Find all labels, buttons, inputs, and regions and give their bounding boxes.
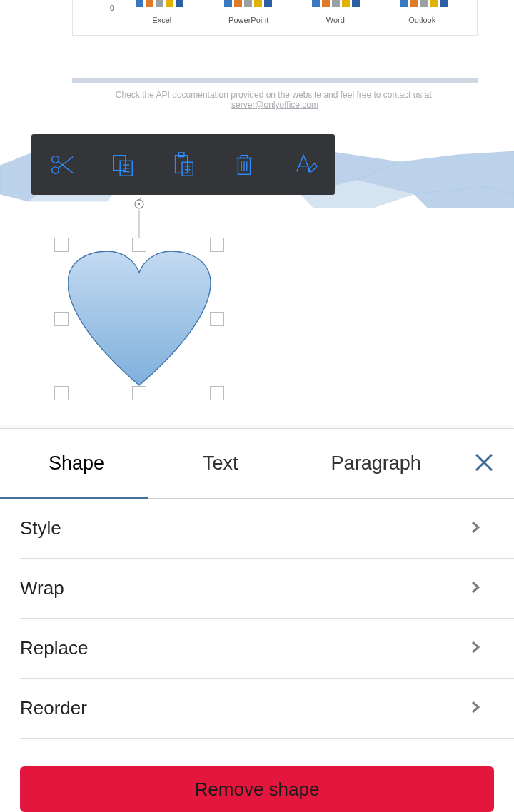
scissors-icon (49, 151, 76, 178)
resize-handle-mr[interactable] (210, 312, 224, 326)
chart-category: Word (292, 16, 379, 24)
resize-handle-br[interactable] (210, 386, 224, 400)
option-label: Wrap (20, 577, 64, 599)
api-email-link[interactable]: server@onlyoffice.com (231, 100, 318, 110)
rotate-icon (133, 198, 146, 210)
paste-button[interactable] (168, 149, 199, 181)
tab-shape[interactable]: Shape (0, 452, 153, 474)
divider (72, 78, 478, 83)
tab-paragraph[interactable]: Paragraph (288, 452, 464, 474)
cut-button[interactable] (46, 149, 78, 181)
chart-object[interactable]: 0 Excel PowerPoint Word Outlook (72, 0, 478, 36)
resize-handle-tl[interactable] (54, 238, 69, 252)
chart-bars (119, 0, 465, 9)
close-icon (473, 452, 495, 473)
option-wrap[interactable]: Wrap (20, 559, 514, 619)
option-label: Style (20, 517, 61, 539)
copy-button[interactable] (107, 149, 138, 181)
chevron-right-icon (468, 517, 483, 539)
api-note: Check the API documentation provided on … (72, 90, 478, 110)
api-note-text: Check the API documentation provided on … (116, 90, 434, 100)
delete-button[interactable] (228, 149, 260, 181)
svg-rect-20 (178, 152, 184, 156)
context-toolbar (31, 134, 335, 195)
option-label: Reorder (20, 697, 87, 719)
chart-category: Excel (119, 16, 206, 24)
resize-handle-bc[interactable] (132, 386, 146, 400)
y-tick-zero: 0 (110, 4, 114, 12)
option-style[interactable]: Style (20, 499, 514, 559)
svg-point-31 (138, 203, 140, 205)
shape-options-list: Style Wrap Replace Reorder (0, 499, 514, 739)
tab-text[interactable]: Text (153, 452, 288, 474)
heart-shape[interactable] (68, 251, 211, 387)
paste-icon (170, 151, 197, 178)
remove-shape-button[interactable]: Remove shape (20, 766, 494, 812)
svg-rect-19 (175, 155, 187, 173)
document-canvas[interactable]: 0 Excel PowerPoint Word Outlook Check th… (0, 0, 514, 428)
resize-handle-ml[interactable] (54, 312, 69, 326)
option-reorder[interactable]: Reorder (20, 679, 514, 739)
remove-shape-label: Remove shape (195, 778, 320, 801)
option-label: Replace (20, 637, 88, 659)
active-tab-underline (0, 497, 148, 499)
edit-text-icon (291, 151, 318, 178)
chevron-right-icon (468, 637, 483, 659)
selected-shape[interactable] (61, 198, 217, 407)
svg-point-11 (51, 166, 59, 173)
selection-box (61, 245, 217, 393)
copy-icon (109, 151, 136, 178)
svg-line-12 (58, 161, 73, 173)
close-panel-button[interactable] (473, 452, 495, 476)
resize-handle-tr[interactable] (210, 238, 224, 252)
chart-category: PowerPoint (206, 16, 293, 24)
svg-line-13 (58, 156, 73, 168)
edit-text-button[interactable] (289, 149, 321, 181)
chevron-right-icon (468, 697, 483, 719)
trash-icon (231, 151, 258, 178)
panel-tabbar: Shape Text Paragraph (0, 429, 514, 499)
chart-category: Outlook (379, 16, 466, 24)
chevron-right-icon (468, 577, 483, 599)
resize-handle-bl[interactable] (54, 386, 69, 400)
resize-handle-tc[interactable] (132, 238, 146, 252)
svg-point-10 (51, 156, 59, 163)
shape-properties-panel: Shape Text Paragraph Style Wrap Replace … (0, 428, 514, 812)
option-replace[interactable]: Replace (20, 619, 514, 679)
